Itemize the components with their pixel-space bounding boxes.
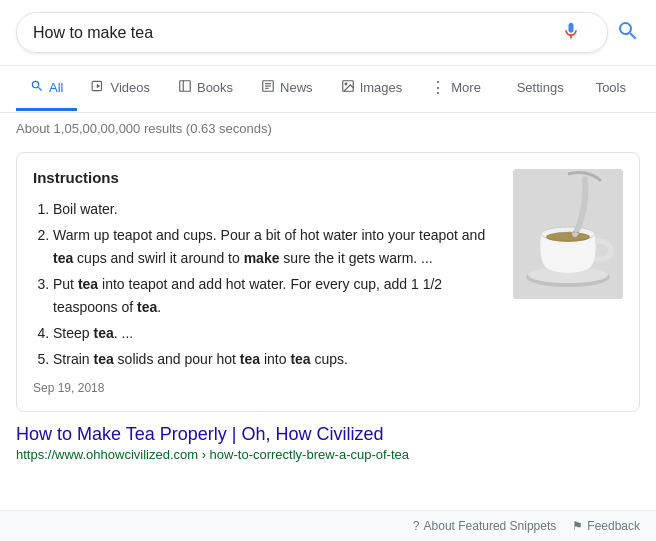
tab-tools-label: Tools xyxy=(596,80,626,95)
list-item: Warm up teapot and cups. Pour a bit of h… xyxy=(53,224,497,269)
tab-settings[interactable]: Settings xyxy=(503,68,578,110)
nav-tabs: All Videos Books News Images ⋮ More Sett… xyxy=(0,66,656,113)
tab-images-label: Images xyxy=(360,80,403,95)
tab-videos-label: Videos xyxy=(110,80,150,95)
snippet-content: Instructions Boil water. Warm up teapot … xyxy=(33,169,497,395)
results-info: About 1,05,00,00,000 results (0.63 secon… xyxy=(0,113,656,144)
tab-settings-label: Settings xyxy=(517,80,564,95)
list-item: Put tea into teapot and add hot water. F… xyxy=(53,273,497,318)
list-item: Boil water. xyxy=(53,198,497,220)
tab-more[interactable]: ⋮ More xyxy=(416,66,495,112)
feedback-icon: ⚑ xyxy=(572,519,583,533)
featured-snippets-info[interactable]: ? About Featured Snippets xyxy=(413,519,556,533)
svg-point-9 xyxy=(345,83,347,85)
tab-more-label: More xyxy=(451,80,481,95)
list-item: Strain tea solids and pour hot tea into … xyxy=(53,348,497,370)
snippet-image xyxy=(513,169,623,299)
tab-all[interactable]: All xyxy=(16,67,77,111)
more-icon: ⋮ xyxy=(430,78,446,97)
search-input[interactable]: How to make tea xyxy=(33,24,561,42)
result-title[interactable]: How to Make Tea Properly | Oh, How Civil… xyxy=(16,424,383,444)
tab-books[interactable]: Books xyxy=(164,67,247,111)
feedback-label: Feedback xyxy=(587,519,640,533)
snippet-steps-list: Boil water. Warm up teapot and cups. Pou… xyxy=(33,198,497,371)
svg-point-14 xyxy=(546,232,590,242)
svg-rect-2 xyxy=(180,81,191,92)
tab-news-label: News xyxy=(280,80,313,95)
tab-tools[interactable]: Tools xyxy=(582,68,640,110)
list-item: Steep tea. ... xyxy=(53,322,497,344)
tab-videos[interactable]: Videos xyxy=(77,67,164,111)
snippet-date: Sep 19, 2018 xyxy=(33,381,497,395)
videos-icon xyxy=(91,79,105,96)
tab-images[interactable]: Images xyxy=(327,67,417,111)
search-bar-area: How to make tea xyxy=(0,0,656,66)
featured-snippets-label: About Featured Snippets xyxy=(424,519,557,533)
search-input-wrapper: How to make tea xyxy=(16,12,608,53)
news-icon xyxy=(261,79,275,96)
tab-news[interactable]: News xyxy=(247,67,327,111)
tab-all-label: All xyxy=(49,80,63,95)
books-icon xyxy=(178,79,192,96)
tab-books-label: Books xyxy=(197,80,233,95)
snippet-title: Instructions xyxy=(33,169,497,186)
snippet-card: Instructions Boil water. Warm up teapot … xyxy=(16,152,640,412)
result-url: https://www.ohhowcivilized.com › how-to-… xyxy=(16,447,640,462)
question-icon: ? xyxy=(413,519,420,533)
feedback-button[interactable]: ⚑ Feedback xyxy=(572,519,640,533)
mic-icon[interactable] xyxy=(561,21,581,44)
all-icon xyxy=(30,79,44,96)
search-button[interactable] xyxy=(616,19,640,46)
svg-marker-1 xyxy=(97,84,101,89)
images-icon xyxy=(341,79,355,96)
page-footer: ? About Featured Snippets ⚑ Feedback xyxy=(0,510,656,541)
results-count: About 1,05,00,00,000 results (0.63 secon… xyxy=(16,121,272,136)
nav-right: Settings Tools xyxy=(503,68,640,110)
search-result: How to Make Tea Properly | Oh, How Civil… xyxy=(16,424,640,462)
